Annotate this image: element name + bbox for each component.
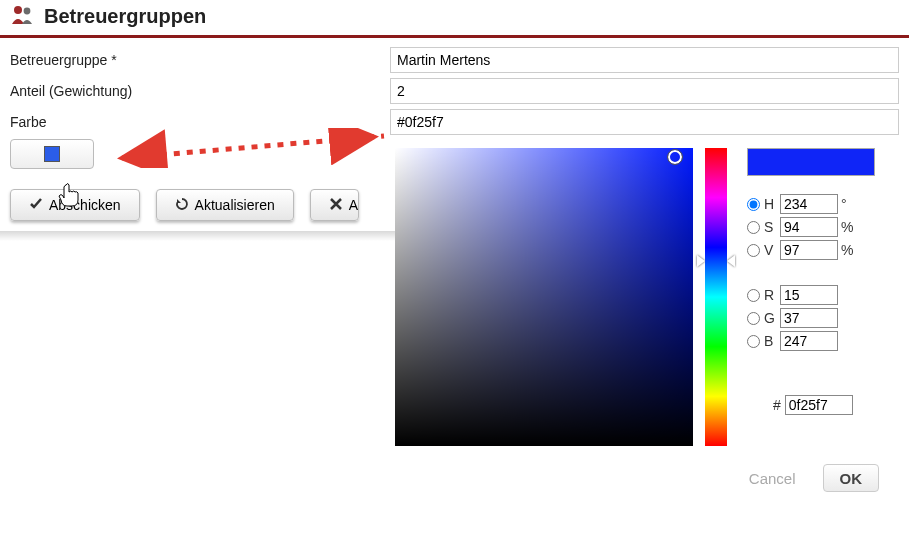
refresh-icon: [175, 197, 189, 214]
radio-r[interactable]: [747, 289, 760, 302]
input-h[interactable]: [780, 194, 838, 214]
label-farbe: Farbe: [10, 110, 390, 134]
svg-point-0: [14, 6, 22, 14]
input-v[interactable]: [780, 240, 838, 260]
hex-hash: #: [773, 397, 781, 413]
x-icon: [329, 197, 343, 214]
radio-b[interactable]: [747, 335, 760, 348]
submit-label: Abschicken: [49, 197, 121, 213]
input-anteil[interactable]: [390, 78, 899, 104]
input-s[interactable]: [780, 217, 838, 237]
label-anteil: Anteil (Gewichtung): [10, 79, 390, 103]
hue-handle-right[interactable]: [727, 255, 735, 267]
hue-handle-left[interactable]: [697, 255, 705, 267]
radio-h[interactable]: [747, 198, 760, 211]
color-picker-button[interactable]: [10, 139, 94, 169]
picker-cancel-button[interactable]: Cancel: [732, 464, 813, 492]
color-preview: [747, 148, 875, 176]
refresh-label: Aktualisieren: [195, 197, 275, 213]
input-r[interactable]: [780, 285, 838, 305]
input-b[interactable]: [780, 331, 838, 351]
color-picker-panel: H ° S % V % R: [395, 148, 909, 492]
unit-h: °: [841, 196, 855, 212]
group-icon: [10, 4, 36, 29]
input-betreuergruppe[interactable]: [390, 47, 899, 73]
label-betreuergruppe: Betreuergruppe *: [10, 48, 390, 72]
unit-s: %: [841, 219, 855, 235]
label-s: S: [764, 219, 780, 235]
refresh-button[interactable]: Aktualisieren: [156, 189, 294, 221]
check-icon: [29, 197, 43, 214]
radio-g[interactable]: [747, 312, 760, 325]
submit-button[interactable]: Abschicken: [10, 189, 140, 221]
unit-v: %: [841, 242, 855, 258]
input-farbe[interactable]: [390, 109, 899, 135]
label-h: H: [764, 196, 780, 212]
label-g: G: [764, 310, 780, 326]
sv-plane[interactable]: [395, 148, 693, 446]
cancel-label-partial: A: [349, 197, 358, 213]
radio-v[interactable]: [747, 244, 760, 257]
hue-slider[interactable]: [705, 148, 727, 446]
sv-cursor[interactable]: [668, 150, 682, 164]
label-r: R: [764, 287, 780, 303]
color-swatch-icon: [44, 146, 60, 162]
input-hex[interactable]: [785, 395, 853, 415]
page-title: Betreuergruppen: [44, 5, 206, 28]
cancel-button-partial[interactable]: A: [310, 189, 359, 221]
picker-ok-button[interactable]: OK: [823, 464, 880, 492]
input-g[interactable]: [780, 308, 838, 328]
svg-point-1: [24, 8, 31, 15]
radio-s[interactable]: [747, 221, 760, 234]
label-v: V: [764, 242, 780, 258]
label-b: B: [764, 333, 780, 349]
